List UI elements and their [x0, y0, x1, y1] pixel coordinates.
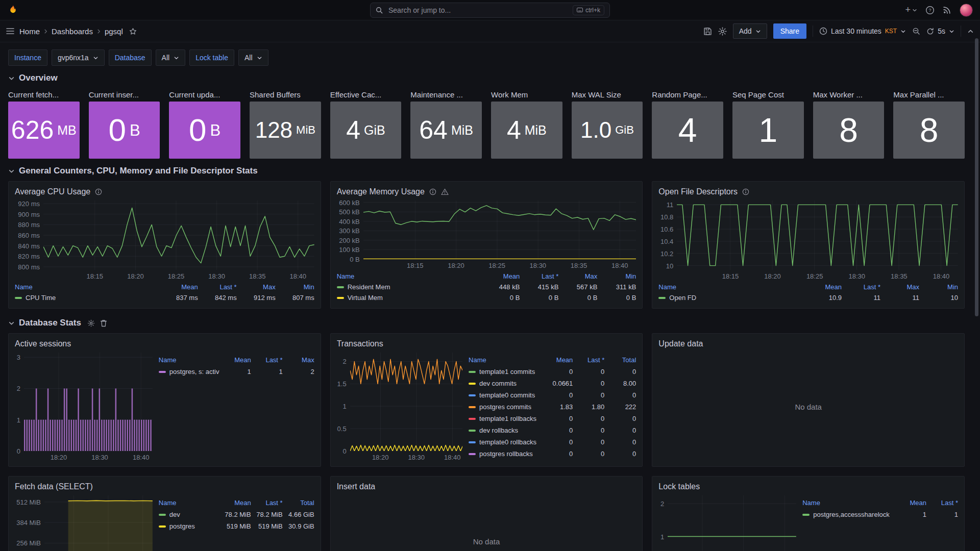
legend-series-name[interactable]: Resident Mem: [337, 283, 481, 291]
news-icon[interactable]: [943, 6, 951, 14]
settings-gear-icon[interactable]: [718, 27, 727, 36]
stat-value-box[interactable]: 0B: [89, 102, 160, 159]
legend-header[interactable]: Min: [276, 283, 314, 291]
legend-header[interactable]: Last *: [926, 499, 958, 507]
stat-value-box[interactable]: 128MiB: [250, 102, 321, 159]
stat-value-box[interactable]: 626MB: [8, 102, 80, 159]
stat-value-box[interactable]: 4: [652, 102, 723, 159]
zoom-out-icon[interactable]: [912, 27, 920, 35]
transactions-chart[interactable]: [350, 353, 462, 451]
legend-series-name[interactable]: dev rollbacks: [469, 427, 541, 434]
breadcrumb-dashboards[interactable]: Dashboards: [52, 27, 93, 36]
stat-value-box[interactable]: 64MiB: [410, 102, 482, 159]
lock-tables-chart[interactable]: [668, 495, 796, 551]
new-button[interactable]: +: [905, 5, 917, 15]
legend-series-name[interactable]: dev: [159, 511, 219, 518]
section-database-stats[interactable]: Database Stats: [8, 318, 965, 328]
legend-header[interactable]: Min: [919, 283, 958, 291]
info-icon[interactable]: [95, 188, 102, 195]
legend-header[interactable]: Last *: [251, 356, 283, 364]
legend-header[interactable]: Last *: [520, 272, 558, 280]
grafana-logo[interactable]: [7, 4, 19, 16]
legend-header[interactable]: Name: [658, 283, 803, 291]
row-delete-trash-icon[interactable]: [100, 319, 107, 327]
legend-header[interactable]: Name: [469, 356, 541, 364]
time-range-picker[interactable]: Last 30 minutes KST: [819, 27, 906, 35]
legend-header[interactable]: Last *: [198, 283, 237, 291]
legend-header[interactable]: Mean: [895, 499, 926, 507]
legend-header[interactable]: Max: [558, 272, 597, 280]
stat-value-box[interactable]: 8: [813, 102, 885, 159]
user-avatar[interactable]: [960, 4, 973, 17]
filter-value-instance[interactable]: gvp6nx1a: [52, 49, 105, 66]
section-overview[interactable]: Overview: [8, 73, 965, 83]
info-icon[interactable]: [429, 188, 436, 195]
stat-value-box[interactable]: 8: [893, 102, 965, 159]
share-button[interactable]: Share: [773, 23, 806, 39]
legend-header[interactable]: Name: [159, 356, 219, 364]
search-input[interactable]: [387, 6, 568, 15]
menu-toggle-icon[interactable]: [6, 28, 14, 35]
page-scrollbar[interactable]: [974, 21, 980, 551]
filter-value-lock-table[interactable]: All: [238, 49, 268, 66]
legend-series-name[interactable]: template0 rollbacks: [469, 438, 541, 446]
breadcrumb-home[interactable]: Home: [19, 27, 40, 36]
add-button[interactable]: Add: [733, 23, 767, 39]
legend-header[interactable]: Mean: [541, 356, 573, 364]
stat-value-box[interactable]: 1: [732, 102, 804, 159]
legend-series-name[interactable]: template1 rollbacks: [469, 415, 541, 422]
warning-icon[interactable]: [441, 188, 449, 195]
legend-header[interactable]: Mean: [803, 283, 842, 291]
section-general-counters[interactable]: General Counters, CPU, Memory and File D…: [8, 166, 965, 176]
legend-header[interactable]: Name: [802, 499, 895, 507]
save-dashboard-icon[interactable]: [703, 27, 712, 36]
open-fd-chart[interactable]: [677, 201, 958, 270]
help-icon[interactable]: ?: [925, 6, 935, 15]
scrollbar-thumb[interactable]: [975, 38, 978, 316]
active-sessions-chart[interactable]: [24, 353, 153, 451]
legend-header[interactable]: Max: [283, 356, 314, 364]
legend-series-name[interactable]: postgres: [159, 522, 219, 530]
legend-header[interactable]: Max: [880, 283, 919, 291]
legend-header[interactable]: Total: [604, 356, 636, 364]
legend-series-name[interactable]: template0 commits: [469, 391, 541, 399]
legend-series-name[interactable]: Open FD: [658, 294, 803, 302]
legend-series-name[interactable]: CPU Time: [15, 294, 159, 302]
legend-header[interactable]: Mean: [159, 283, 198, 291]
legend-header[interactable]: Last *: [251, 499, 283, 507]
legend-series-name[interactable]: postgres rollbacks: [469, 450, 541, 458]
search-box[interactable]: ctrl+k: [370, 3, 610, 18]
x-tick-label: 18:20: [764, 272, 781, 280]
legend-series-name[interactable]: Virtual Mem: [337, 294, 481, 302]
legend-header[interactable]: Name: [15, 283, 159, 291]
fetch-data-chart[interactable]: [44, 495, 153, 551]
legend-header[interactable]: Name: [159, 499, 219, 507]
legend-header[interactable]: Name: [337, 272, 481, 280]
legend-header[interactable]: Last *: [573, 356, 604, 364]
refresh-picker[interactable]: 5s: [926, 27, 954, 35]
legend-series-name[interactable]: postgres commits: [469, 403, 541, 411]
info-icon[interactable]: [742, 188, 749, 195]
star-icon[interactable]: [129, 28, 137, 35]
legend-header[interactable]: Mean: [219, 499, 251, 507]
stat-value-box[interactable]: 1.0GiB: [572, 102, 643, 159]
cpu-usage-chart[interactable]: [43, 201, 314, 270]
row-settings-gear-icon[interactable]: [87, 319, 95, 327]
legend-series-name[interactable]: dev commits: [469, 380, 541, 387]
legend-header[interactable]: Max: [237, 283, 276, 291]
memory-usage-chart[interactable]: [363, 201, 636, 259]
legend-header[interactable]: Last *: [842, 283, 880, 291]
stat-value-box[interactable]: 4GiB: [330, 102, 402, 159]
legend-series-name[interactable]: template1 commits: [469, 368, 541, 375]
legend-header[interactable]: Min: [597, 272, 636, 280]
legend-header[interactable]: Total: [283, 499, 314, 507]
legend-series-name[interactable]: postgres, s: active: [159, 368, 219, 375]
legend-header[interactable]: Mean: [481, 272, 520, 280]
legend-series-name[interactable]: postgres,accesssharelock: [802, 511, 895, 518]
stat-value-box[interactable]: 4MiB: [491, 102, 562, 159]
legend-header[interactable]: Mean: [219, 356, 251, 364]
collapse-chrome-icon[interactable]: [967, 28, 974, 35]
stat-panel: Random Page...4: [652, 88, 723, 159]
stat-value-box[interactable]: 0B: [169, 102, 240, 159]
filter-value-database[interactable]: All: [156, 49, 186, 66]
